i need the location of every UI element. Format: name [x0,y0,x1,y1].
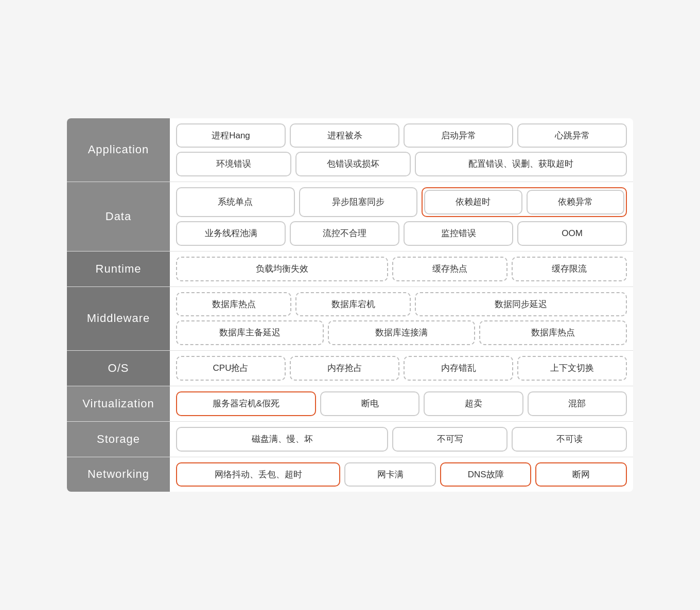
cell-mem-contend: 内存抢占 [290,356,399,381]
cell-cache-hotspot: 缓存热点 [392,257,507,281]
cell-cache-limit: 缓存限流 [512,257,627,281]
content-os: CPU抢占 内存抢占 内存错乱 上下文切换 [170,351,633,386]
label-virtualization: Virtualization [67,386,170,421]
label-storage: Storage [67,422,170,457]
cell-pkg-error: 包错误或损坏 [295,152,411,176]
data-row-2: 业务线程池满 流控不合理 监控错误 OOM [176,221,627,246]
runtime-row-1: 负载均衡失效 缓存热点 缓存限流 [176,257,627,281]
cell-no-write: 不可写 [392,427,507,452]
cell-flow-control: 流控不合理 [290,221,399,246]
middleware-row-2: 数据库主备延迟 数据库连接满 数据库热点 [176,320,627,345]
section-os: O/S CPU抢占 内存抢占 内存错乱 上下文切换 [67,351,633,386]
label-application: Application [67,118,170,182]
data-row-1: 系统单点 异步阻塞同步 依赖超时 依赖异常 [176,187,627,217]
cell-net-jitter: 网络抖动、丢包、超时 [176,462,340,487]
cell-start-abnormal: 启动异常 [404,123,513,148]
cell-env-error: 环境错误 [176,152,291,176]
section-data: Data 系统单点 异步阻塞同步 依赖超时 依赖异常 业务线程池满 流控不合理 … [67,182,633,252]
cell-oversell: 超卖 [424,391,523,416]
cell-db-down: 数据库宕机 [295,292,411,317]
app-row-1: 进程Hang 进程被杀 启动异常 心跳异常 [176,123,627,148]
cell-power-off: 断电 [320,391,419,416]
cell-heartbeat-abnormal: 心跳异常 [517,123,627,148]
cell-oom: OOM [517,221,627,246]
cell-server-down: 服务器宕机&假死 [176,391,316,416]
cell-ctx-switch: 上下文切换 [517,356,627,381]
section-virtualization: Virtualization 服务器宕机&假死 断电 超卖 混部 [67,386,633,422]
cell-dns-fail: DNS故障 [440,462,532,487]
cell-db-hotspot2: 数据库热点 [479,320,627,345]
cell-data-sync-delay: 数据同步延迟 [415,292,627,317]
cell-dep-abnormal: 依赖异常 [527,190,625,214]
cell-process-killed: 进程被杀 [290,123,399,148]
cell-thread-pool-full: 业务线程池满 [176,221,286,246]
label-middleware: Middleware [67,287,170,351]
section-networking: Networking 网络抖动、丢包、超时 网卡满 DNS故障 断网 [67,457,633,492]
cell-db-hotspot1: 数据库热点 [176,292,291,317]
cell-db-conn-full: 数据库连接满 [328,320,476,345]
cell-disk-full: 磁盘满、慢、坏 [176,427,388,452]
cell-dep-timeout: 依赖超时 [424,190,522,214]
content-data: 系统单点 异步阻塞同步 依赖超时 依赖异常 业务线程池满 流控不合理 监控错误 … [170,182,633,251]
label-os: O/S [67,351,170,386]
virt-row-1: 服务器宕机&假死 断电 超卖 混部 [176,391,627,416]
section-application: Application 进程Hang 进程被杀 启动异常 心跳异常 环境错误 包… [67,118,633,183]
content-storage: 磁盘满、慢、坏 不可写 不可读 [170,422,633,457]
label-networking: Networking [67,457,170,492]
label-data: Data [67,182,170,251]
cell-mem-corrupt: 内存错乱 [404,356,513,381]
net-row-1: 网络抖动、丢包、超时 网卡满 DNS故障 断网 [176,462,627,487]
content-networking: 网络抖动、丢包、超时 网卡满 DNS故障 断网 [170,457,633,492]
os-row-1: CPU抢占 内存抢占 内存错乱 上下文切换 [176,356,627,381]
cell-cpu-contend: CPU抢占 [176,356,286,381]
cell-lb-failure: 负载均衡失效 [176,257,388,281]
label-runtime: Runtime [67,252,170,286]
cell-monitor-error: 监控错误 [404,221,513,246]
section-middleware: Middleware 数据库热点 数据库宕机 数据同步延迟 数据库主备延迟 数据… [67,287,633,351]
section-runtime: Runtime 负载均衡失效 缓存热点 缓存限流 [67,252,633,287]
cell-network-cut: 断网 [535,462,627,487]
content-middleware: 数据库热点 数据库宕机 数据同步延迟 数据库主备延迟 数据库连接满 数据库热点 [170,287,633,351]
middleware-row-1: 数据库热点 数据库宕机 数据同步延迟 [176,292,627,317]
cell-single-point: 系统单点 [176,187,295,217]
content-virtualization: 服务器宕机&假死 断电 超卖 混部 [170,386,633,421]
storage-row-1: 磁盘满、慢、坏 不可写 不可读 [176,427,627,452]
cell-config-error: 配置错误、误删、获取超时 [415,152,627,176]
diagram: Application 进程Hang 进程被杀 启动异常 心跳异常 环境错误 包… [67,118,633,492]
highlight-group-dependency: 依赖超时 依赖异常 [422,187,627,217]
content-runtime: 负载均衡失效 缓存热点 缓存限流 [170,252,633,286]
content-application: 进程Hang 进程被杀 启动异常 心跳异常 环境错误 包错误或损坏 配置错误、误… [170,118,633,182]
cell-no-read: 不可读 [512,427,627,452]
section-storage: Storage 磁盘满、慢、坏 不可写 不可读 [67,422,633,457]
cell-mixed: 混部 [528,391,627,416]
cell-process-hang: 进程Hang [176,123,286,148]
cell-db-master-delay: 数据库主备延迟 [176,320,324,345]
cell-async-block: 异步阻塞同步 [299,187,418,217]
cell-nic-full: 网卡满 [344,462,436,487]
app-row-2: 环境错误 包错误或损坏 配置错误、误删、获取超时 [176,152,627,176]
